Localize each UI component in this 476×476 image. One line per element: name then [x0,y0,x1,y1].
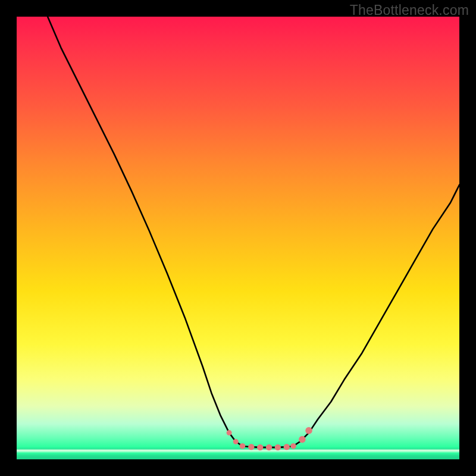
plot-area [17,17,459,459]
bottom-marker [299,436,306,443]
bottom-marker [284,444,290,450]
bottom-marker [248,444,254,450]
bottom-marker [240,443,246,449]
bottom-marker-group [227,427,312,450]
bottom-marker [305,427,312,434]
bottom-marker [290,443,296,449]
curve-layer [17,17,459,459]
bottleneck-curve-path [48,17,459,447]
bottom-marker [227,430,232,436]
attribution-watermark: TheBottleneck.com [350,2,469,18]
bottleneck-curve [48,17,459,447]
bottom-marker [257,444,263,450]
chart-frame: TheBottleneck.com [0,0,476,476]
bottom-marker [266,444,272,450]
bottom-marker [233,439,239,444]
bottom-marker [275,444,281,450]
